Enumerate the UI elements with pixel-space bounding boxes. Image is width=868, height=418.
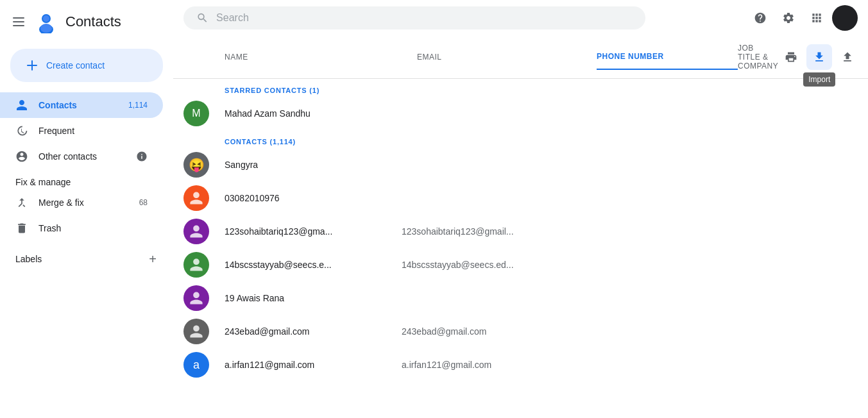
contact-name: Sangyra (225, 160, 402, 170)
import-tooltip-container: Import (806, 44, 832, 70)
labels-section: Labels + (0, 241, 173, 272)
sidebar-header: Contacts (0, 5, 173, 44)
person-outline-icon (15, 150, 28, 163)
more-button[interactable] (863, 44, 868, 70)
app-title: Contacts (65, 13, 121, 30)
all-contacts-section-header: CONTACTS (1,114) (173, 130, 868, 148)
other-contacts-label: Other contacts (38, 151, 126, 162)
settings-button[interactable] (776, 5, 801, 31)
contact-email: 14bscsstayyab@seecs.ed... (402, 260, 581, 270)
contact-row[interactable]: 03082010976 (173, 181, 868, 215)
trash-label: Trash (38, 223, 148, 233)
avatar (183, 319, 209, 344)
help-button[interactable] (747, 5, 773, 31)
contact-name: 03082010976 (225, 193, 402, 203)
import-button[interactable] (806, 44, 832, 70)
search-input[interactable] (216, 12, 633, 24)
sidebar-item-frequent[interactable]: Frequent (0, 118, 163, 144)
contact-name: Mahad Azam Sandhu (225, 108, 402, 119)
contact-email: a.irfan121@gmail.com (402, 360, 581, 370)
apps-icon (810, 12, 823, 24)
contact-email: 123sohaibtariq123@gmail... (402, 226, 581, 237)
contact-name: 243ebad@gmail.com (225, 326, 402, 337)
sidebar: Contacts Create contact Contacts 1,114 F… (0, 0, 173, 418)
contact-list: STARRED CONTACTS (1) M Mahad Azam Sandhu… (173, 79, 868, 418)
col-header-phone: Phone number (597, 44, 738, 70)
print-icon (785, 51, 797, 63)
avatar: a (183, 352, 209, 378)
merge-fix-label: Merge & fix (38, 197, 129, 208)
import-icon (813, 51, 826, 63)
create-contact-button[interactable]: Create contact (10, 49, 163, 82)
user-avatar[interactable] (832, 5, 858, 31)
contact-row[interactable]: 😝 Sangyra (173, 148, 868, 181)
avatar (183, 285, 209, 311)
avatar (183, 252, 209, 278)
col-header-actions: Import (778, 44, 868, 70)
app-logo (35, 10, 58, 33)
info-icon[interactable] (136, 151, 148, 162)
svg-point-4 (40, 24, 52, 33)
history-icon (15, 124, 28, 137)
column-headers: Name Email Phone number Job title & comp… (173, 36, 868, 79)
contacts-label: Contacts (38, 100, 118, 110)
contact-row[interactable]: 243ebad@gmail.com 243ebad@gmail.com (173, 315, 868, 348)
search-icon (196, 12, 208, 24)
contact-row[interactable]: 19 Awais Rana (173, 281, 868, 315)
svg-point-3 (43, 15, 49, 22)
contact-row[interactable]: a a.irfan121@gmail.com a.irfan121@gmail.… (173, 348, 868, 381)
sidebar-item-trash[interactable]: Trash (0, 215, 163, 241)
contact-name: a.irfan121@gmail.com (225, 360, 402, 370)
fix-manage-label: Fix & manage (0, 169, 173, 190)
sidebar-item-other-contacts[interactable]: Other contacts (0, 144, 163, 169)
help-icon (754, 12, 767, 24)
trash-icon (15, 222, 28, 235)
apps-button[interactable] (804, 5, 830, 31)
print-button[interactable] (778, 44, 804, 70)
topbar-actions (747, 5, 858, 31)
topbar (173, 0, 868, 36)
contact-email: 243ebad@gmail.com (402, 326, 581, 337)
export-button[interactable] (835, 44, 860, 70)
avatar: M (183, 101, 209, 126)
main-content: Name Email Phone number Job title & comp… (173, 0, 868, 418)
contact-name: 123sohaibtariq123@gma... (225, 226, 402, 237)
col-header-name: Name (225, 45, 417, 69)
sidebar-item-contacts[interactable]: Contacts 1,114 (0, 92, 163, 118)
starred-section-header: STARRED CONTACTS (1) (173, 79, 868, 97)
person-icon (15, 99, 28, 112)
contact-row[interactable]: 14bscsstayyab@seecs.e... 14bscsstayyab@s… (173, 248, 868, 281)
frequent-label: Frequent (38, 126, 148, 136)
merge-fix-badge: 68 (139, 198, 148, 207)
avatar (183, 185, 209, 211)
plus-icon (24, 58, 40, 73)
labels-title: Labels (15, 254, 42, 264)
avatar (183, 219, 209, 244)
avatar: 😝 (183, 152, 209, 178)
col-header-email: Email (417, 45, 597, 69)
col-header-job: Job title & company (738, 36, 778, 78)
contacts-badge: 1,114 (128, 101, 148, 110)
settings-icon (782, 12, 795, 24)
menu-button[interactable] (10, 15, 27, 29)
merge-icon (15, 196, 28, 209)
export-icon (841, 51, 854, 63)
contact-row[interactable]: 123sohaibtariq123@gma... 123sohaibtariq1… (173, 215, 868, 248)
search-bar[interactable] (183, 6, 645, 29)
contact-row[interactable]: M Mahad Azam Sandhu (173, 97, 868, 130)
contact-name: 19 Awais Rana (225, 293, 402, 303)
add-label-button[interactable]: + (142, 249, 163, 269)
contact-name: 14bscsstayyab@seecs.e... (225, 260, 402, 270)
sidebar-item-merge-fix[interactable]: Merge & fix 68 (0, 190, 163, 215)
